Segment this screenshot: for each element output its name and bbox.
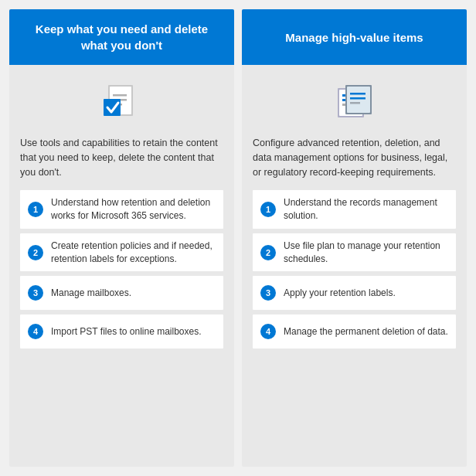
right-step-4: 4 Manage the permanent deletion of data. — [253, 314, 456, 348]
left-step-1-number: 1 — [28, 202, 43, 217]
svg-rect-12 — [347, 87, 370, 113]
left-card-title: Keep what you need and delete what you d… — [22, 21, 222, 53]
right-card-title: Manage high-value items — [285, 29, 423, 46]
left-step-2-text: Create retention policies and if needed,… — [51, 240, 216, 266]
left-card-header: Keep what you need and delete what you d… — [9, 9, 234, 65]
left-card: Keep what you need and delete what you d… — [9, 9, 234, 467]
right-card-description: Configure advanced retention, deletion, … — [253, 136, 456, 179]
left-step-2-number: 2 — [28, 245, 43, 260]
left-card-description: Use tools and capabilities to retain the… — [20, 136, 223, 179]
left-step-4: 4 Import PST files to online mailboxes. — [20, 314, 223, 348]
left-step-3-number: 3 — [28, 285, 43, 301]
right-card-body: Configure advanced retention, deletion, … — [242, 65, 467, 467]
right-card-header: Manage high-value items — [242, 9, 467, 65]
right-step-1-number: 1 — [260, 202, 276, 217]
right-step-3-text: Apply your retention labels. — [284, 287, 396, 300]
left-step-1-text: Understand how retention and deletion wo… — [51, 196, 216, 223]
svg-rect-5 — [104, 99, 121, 116]
left-step-2: 2 Create retention policies and if neede… — [20, 233, 223, 272]
left-card-body: Use tools and capabilities to retain the… — [9, 65, 234, 467]
left-icon-area — [20, 77, 223, 127]
svg-rect-15 — [350, 102, 360, 104]
right-card: Manage high-value items — [242, 9, 467, 467]
left-step-list: 1 Understand how retention and deletion … — [20, 190, 223, 348]
svg-rect-2 — [113, 94, 127, 97]
left-step-3: 3 Manage mailboxes. — [20, 276, 223, 310]
right-step-1-text: Understand the records management soluti… — [284, 196, 448, 223]
main-container: Keep what you need and delete what you d… — [0, 0, 476, 476]
left-step-3-text: Manage mailboxes. — [51, 287, 131, 300]
right-step-1: 1 Understand the records management solu… — [253, 190, 456, 229]
svg-rect-13 — [350, 93, 366, 95]
right-step-3-number: 3 — [260, 285, 276, 301]
right-step-2-text: Use file plan to manage your retention s… — [284, 240, 448, 266]
right-icon-area — [253, 77, 456, 127]
right-step-3: 3 Apply your retention labels. — [253, 276, 456, 310]
right-step-list: 1 Understand the records management solu… — [253, 190, 456, 348]
right-step-2: 2 Use file plan to manage your retention… — [253, 233, 456, 272]
left-step-4-text: Import PST files to online mailboxes. — [51, 325, 202, 338]
svg-rect-14 — [350, 97, 366, 100]
checklist-icon — [97, 77, 147, 127]
right-step-4-number: 4 — [260, 324, 276, 339]
records-icon — [330, 77, 379, 127]
right-step-2-number: 2 — [260, 245, 276, 260]
left-step-1: 1 Understand how retention and deletion … — [20, 190, 223, 229]
left-step-4-number: 4 — [28, 324, 43, 339]
right-step-4-text: Manage the permanent deletion of data. — [284, 325, 448, 338]
